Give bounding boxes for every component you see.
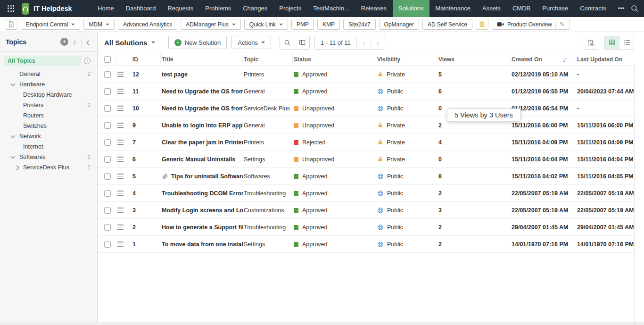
table-row[interactable]: 6 Generic Manual Uninstalls Settings Una… xyxy=(98,151,634,168)
table-row[interactable]: 5 Tips for uninstall Software Softwares … xyxy=(98,168,634,185)
select-all-checkbox[interactable] xyxy=(104,56,111,63)
solution-title[interactable]: Unable to login into ERP applicat... xyxy=(162,122,243,129)
sort-topics-icon[interactable]: ↕ xyxy=(73,38,76,46)
quicklaunch-button[interactable]: Endpoint Central xyxy=(21,19,80,30)
sidebar-item-all-topics[interactable]: All Topics xyxy=(4,56,81,66)
sort-updown-icon[interactable] xyxy=(562,57,568,63)
solution-title[interactable]: To move data from one installati... xyxy=(162,241,243,248)
column-topic[interactable]: Topic xyxy=(243,53,293,66)
table-row[interactable]: 1 To move data from one installati... Se… xyxy=(98,236,634,253)
search-icon[interactable] xyxy=(630,4,639,13)
add-topic-icon[interactable]: + xyxy=(60,38,68,46)
topic-tree-item[interactable]: Network xyxy=(0,131,97,142)
solution-title[interactable]: Modify Login screens and Logou... xyxy=(162,207,243,214)
actions-button[interactable]: Actions xyxy=(231,36,271,49)
quicklaunch-button[interactable]: ADManager Plus xyxy=(181,19,241,30)
topic-tree-item[interactable]: Hardware xyxy=(0,79,97,90)
drag-handle-icon[interactable] xyxy=(117,123,124,127)
solution-title[interactable]: Need to Upgrade the OS from Wi... xyxy=(162,88,243,95)
chevron-down-icon[interactable] xyxy=(11,133,16,138)
table-row[interactable]: 4 Troubleshooting DCOM Error Troubleshoo… xyxy=(98,185,634,202)
topic-tree-item[interactable]: Softwares 1 xyxy=(0,152,97,162)
column-views[interactable]: Views xyxy=(438,53,511,66)
topnav-item[interactable]: TestMachin... xyxy=(307,0,355,17)
topic-tree-item[interactable]: Internet xyxy=(0,142,97,152)
solution-title-cell[interactable]: Need to Upgrade the OS from Wi... xyxy=(161,88,243,95)
view-selector[interactable]: All Solutions xyxy=(104,39,155,47)
topnav-item[interactable]: Dashboard xyxy=(120,0,162,17)
row-checkbox[interactable] xyxy=(104,122,111,129)
table-row[interactable]: 12 test page Printers Approved xyxy=(98,66,634,83)
quicklaunch-button[interactable]: OpManager xyxy=(379,19,419,30)
list-view-icon[interactable] xyxy=(619,36,634,49)
next-page-icon[interactable]: › xyxy=(371,36,385,49)
row-checkbox[interactable] xyxy=(104,139,111,146)
row-checkbox[interactable] xyxy=(104,190,111,197)
app-switcher-icon[interactable] xyxy=(8,5,14,12)
collapse-sidebar-icon[interactable] xyxy=(86,37,91,47)
topic-tree-item[interactable]: ServiceDesk Plus 1 xyxy=(0,162,97,173)
solution-title[interactable]: Troubleshooting DCOM Error xyxy=(162,190,243,197)
topnav-item[interactable]: Projects xyxy=(273,0,307,17)
solution-title-cell[interactable]: How to generate a Support file ? xyxy=(161,224,243,231)
prev-page-icon[interactable]: ‹ xyxy=(356,36,371,49)
solution-title[interactable]: test page xyxy=(162,71,188,78)
row-checkbox[interactable] xyxy=(104,241,111,248)
quicklaunch-button[interactable]: Advanced Analytics xyxy=(118,19,177,30)
grid-view-icon[interactable] xyxy=(604,36,619,49)
row-checkbox[interactable] xyxy=(104,105,111,112)
drag-handle-icon[interactable] xyxy=(117,174,124,178)
topic-tree-item[interactable]: Routers xyxy=(0,110,97,121)
row-checkbox[interactable] xyxy=(104,71,111,78)
quicklaunch-button[interactable]: PMP xyxy=(291,19,314,30)
solution-title[interactable]: Generic Manual Uninstalls xyxy=(162,156,235,163)
topnav-item[interactable]: Releases xyxy=(355,0,392,17)
column-status[interactable]: Status xyxy=(293,53,376,66)
solution-title-cell[interactable]: test page xyxy=(161,71,243,78)
topic-tree-item[interactable]: Printers 2 xyxy=(0,100,97,110)
column-last-updated-on[interactable]: Last Updated On xyxy=(576,53,634,66)
clipboard-icon[interactable] xyxy=(476,19,488,30)
table-row[interactable]: 3 Modify Login screens and Logou... Cust… xyxy=(98,202,634,219)
drag-handle-icon[interactable] xyxy=(117,191,124,195)
drag-handle-icon[interactable] xyxy=(117,89,124,93)
row-checkbox[interactable] xyxy=(104,207,111,214)
row-checkbox[interactable] xyxy=(104,88,111,95)
topnav-item[interactable]: Purchase xyxy=(537,0,574,17)
drag-handle-icon[interactable] xyxy=(117,72,124,76)
table-row[interactable]: 11 Need to Upgrade the OS from Wi... Gen… xyxy=(98,83,634,100)
quicklaunch-button[interactable]: Site24x7 xyxy=(343,19,376,30)
info-icon[interactable]: i xyxy=(84,58,91,64)
topic-tree-item[interactable]: Desktop Hardware xyxy=(0,90,97,100)
customize-view-icon[interactable] xyxy=(295,36,309,49)
drag-handle-icon[interactable] xyxy=(117,157,124,161)
quicklaunch-button[interactable]: Quick Link xyxy=(244,19,288,30)
solution-title[interactable]: How to generate a Support file ? xyxy=(162,224,243,231)
drag-handle-icon[interactable] xyxy=(117,225,124,229)
column-visibility[interactable]: Visibility xyxy=(376,53,438,66)
table-row[interactable]: 10 Need to Upgrade the OS from Wi... Ser… xyxy=(98,100,634,117)
topnav-item[interactable]: Changes xyxy=(237,0,273,17)
row-checkbox[interactable] xyxy=(104,156,111,163)
topnav-item[interactable]: Solutions xyxy=(393,0,429,17)
drag-handle-icon[interactable] xyxy=(117,242,124,246)
product-overview-button[interactable]: Product Overview ✎ xyxy=(492,19,570,30)
column-settings-icon[interactable] xyxy=(583,36,598,49)
solution-title-cell[interactable]: To move data from one installati... xyxy=(161,241,243,248)
topnav-item[interactable]: Maintenance xyxy=(429,0,476,17)
new-solution-button[interactable]: + New Solution xyxy=(168,36,227,49)
new-note-icon[interactable] xyxy=(5,19,17,30)
table-row[interactable]: 9 Unable to login into ERP applicat... G… xyxy=(98,117,634,134)
drag-handle-icon[interactable] xyxy=(117,208,124,212)
drag-handle-icon[interactable] xyxy=(117,140,124,144)
row-checkbox[interactable] xyxy=(104,224,111,231)
table-row[interactable]: 7 Clear the paper jam in Printer Printer… xyxy=(98,134,634,151)
topnav-item[interactable]: Home xyxy=(92,0,120,17)
topnav-item[interactable]: CMDB xyxy=(506,0,536,17)
column-id[interactable]: ID xyxy=(132,53,161,66)
solution-title-cell[interactable]: Need to Upgrade the OS from Wi... xyxy=(161,105,243,112)
search-solutions-icon[interactable] xyxy=(280,36,295,49)
row-checkbox[interactable] xyxy=(104,173,111,180)
quicklaunch-button[interactable]: KMP xyxy=(317,19,340,30)
topic-tree-item[interactable]: General 2 xyxy=(0,69,97,79)
